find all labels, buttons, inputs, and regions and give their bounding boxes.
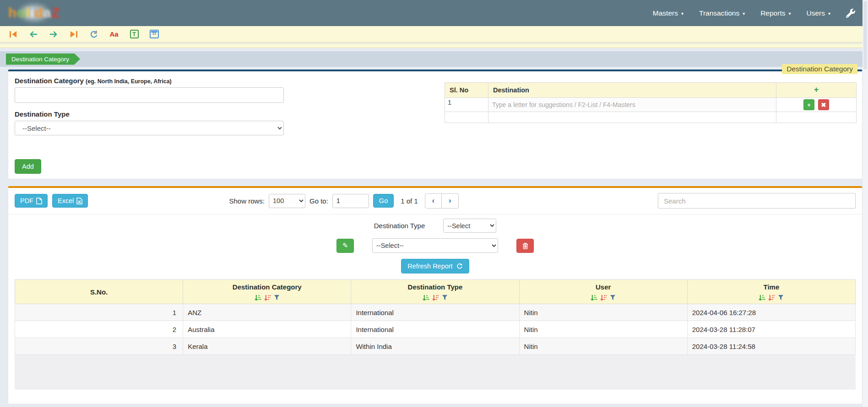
go-button[interactable]: Go	[373, 194, 394, 208]
quick-add-row-header: +	[776, 83, 857, 98]
pdf-file-icon	[36, 198, 42, 204]
text-format-icon[interactable]: T	[129, 30, 139, 39]
quick-table-row: 1 + ✖	[445, 98, 857, 112]
prev-page-button[interactable]: ‹	[425, 193, 442, 209]
empty-cell	[776, 112, 857, 123]
col-title: Destination Type	[353, 283, 517, 291]
sort-desc-icon[interactable]	[600, 295, 607, 301]
table-cell: 2024-04-06 16:27:28	[687, 304, 855, 321]
col-header-time: Time	[687, 280, 855, 304]
pagination-controls: Show rows: 100 Go to: Go 1 of 1 ‹ ›	[229, 193, 458, 209]
sort-desc-icon[interactable]	[432, 295, 439, 301]
category-label-text: Destination Category	[15, 77, 84, 85]
menu-users[interactable]: Users ▾	[806, 9, 830, 17]
page-status: 1 of 1	[401, 197, 418, 205]
report-toolbar: PDF Excel Show rows: 100 Go to: Go 1 of …	[8, 188, 862, 214]
plus-icon[interactable]: +	[814, 85, 819, 94]
type-label: Destination Type	[15, 110, 301, 118]
sort-asc-icon[interactable]	[759, 295, 765, 301]
table-cell: Nitin	[519, 321, 687, 338]
edit-record-select[interactable]: --Select--	[372, 238, 498, 253]
destination-suggest-input[interactable]	[488, 98, 776, 112]
navbar-menus: Masters ▾ Transactions ▾ Reports ▾ Users…	[653, 9, 855, 18]
menu-reports[interactable]: Reports ▾	[760, 9, 791, 17]
quick-col-destination: Destination	[488, 83, 776, 98]
menu-transactions[interactable]: Transactions ▾	[699, 9, 745, 17]
quick-table-header-row: Sl. No Destination +	[445, 83, 857, 98]
col-title: Time	[689, 283, 853, 291]
show-rows-select[interactable]: 100	[269, 194, 305, 208]
table-cell: 3	[15, 338, 183, 355]
table-cell: Australia	[183, 321, 351, 338]
next-icon[interactable]	[49, 30, 59, 39]
last-page-icon[interactable]	[69, 30, 79, 39]
row-add-button[interactable]: +	[803, 99, 814, 110]
add-button[interactable]: Add	[15, 159, 41, 174]
first-page-icon[interactable]	[8, 30, 18, 39]
settings-wrench-icon[interactable]	[846, 9, 855, 18]
refresh-report-button[interactable]: Refresh Report	[401, 259, 469, 273]
filter-funnel-icon[interactable]	[778, 295, 784, 300]
quick-destination-cell	[488, 98, 776, 112]
scrollbar-thumb[interactable]	[863, 1, 867, 70]
row-remove-button[interactable]: ✖	[818, 99, 829, 110]
sort-asc-icon[interactable]	[423, 295, 429, 301]
category-input[interactable]	[15, 87, 284, 103]
quick-table-title: Destination Category	[782, 64, 857, 74]
report-table-header-row: S.No. Destination Category Destination T…	[15, 280, 856, 304]
logo-text: holidaZ	[8, 5, 60, 21]
empty-cell	[488, 112, 776, 123]
table-cell: Within India	[351, 338, 519, 355]
font-size-icon[interactable]: Aa	[109, 30, 119, 39]
excel-export-button[interactable]: Excel	[52, 194, 88, 208]
next-page-button[interactable]: ›	[442, 193, 459, 209]
quick-row-actions: + ✖	[776, 98, 857, 112]
col-header-user: User	[519, 280, 687, 304]
chevron-down-icon: ▾	[743, 11, 745, 16]
table-cell: International	[351, 321, 519, 338]
refresh-icon	[456, 263, 463, 269]
col-title: Destination Category	[185, 283, 349, 291]
sort-desc-icon[interactable]	[768, 295, 775, 301]
table-cell: ANZ	[183, 304, 351, 321]
table-cell: Nitin	[519, 338, 687, 355]
quick-col-slno: Sl. No	[445, 83, 488, 98]
menu-transactions-label: Transactions	[699, 9, 739, 17]
refresh-row: Refresh Report	[8, 259, 862, 273]
category-label: Destination Category (eg. North India, E…	[15, 77, 301, 85]
pdf-export-button[interactable]: PDF	[15, 194, 48, 208]
type-select[interactable]: --Select--	[15, 121, 284, 135]
quick-row-number: 1	[445, 98, 488, 112]
goto-page-input[interactable]	[332, 194, 369, 208]
table-row: 2AustraliaInternationalNitin2024-03-28 1…	[15, 321, 856, 338]
search-input[interactable]	[658, 193, 856, 209]
undo-icon[interactable]	[89, 30, 99, 39]
menu-masters[interactable]: Masters ▾	[653, 9, 684, 17]
breadcrumb[interactable]: Destination Category	[6, 54, 80, 65]
sort-asc-icon[interactable]	[255, 295, 261, 301]
filter-type-select[interactable]: --Select	[443, 219, 496, 233]
menu-users-label: Users	[806, 9, 825, 17]
sort-desc-icon[interactable]	[264, 295, 271, 301]
edit-button[interactable]: ✎	[336, 239, 354, 253]
vertical-scrollbar[interactable]	[863, 0, 868, 407]
filter-funnel-icon[interactable]	[442, 295, 448, 300]
app-logo: holidaZ	[5, 2, 69, 24]
trash-icon	[522, 242, 528, 249]
type-filter-row: Destination Type --Select	[8, 219, 862, 233]
empty-cell	[445, 112, 488, 123]
secondary-toolbar-strip	[0, 43, 863, 48]
table-cell: 2024-03-28 11:24:58	[687, 338, 855, 355]
refresh-report-label: Refresh Report	[407, 262, 452, 270]
delete-button[interactable]	[516, 239, 534, 253]
goto-label: Go to:	[309, 197, 328, 205]
pencil-icon: ✎	[342, 241, 348, 250]
table-cell: 2024-03-28 11:28:07	[687, 321, 855, 338]
sort-asc-icon[interactable]	[591, 295, 597, 301]
calendar-icon[interactable]: 31	[149, 30, 159, 39]
filter-funnel-icon[interactable]	[274, 295, 280, 300]
calendar-glyph: 31	[150, 30, 159, 38]
filter-funnel-icon[interactable]	[610, 295, 616, 300]
previous-icon[interactable]	[28, 30, 38, 39]
menu-reports-label: Reports	[760, 9, 785, 17]
